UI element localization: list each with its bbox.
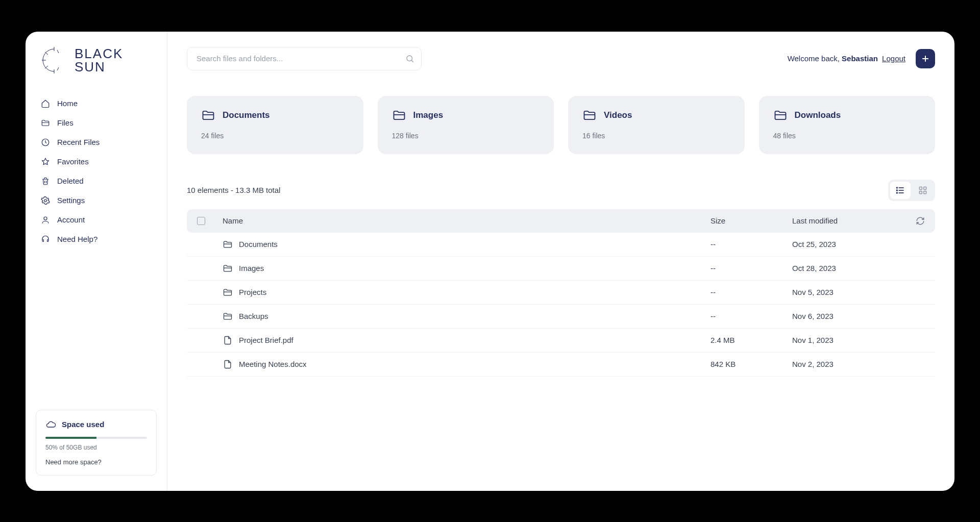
nav-label: Deleted [57, 177, 84, 185]
folder-card-head: Downloads [773, 108, 921, 122]
folder-card-title: Images [413, 110, 444, 120]
space-title-text: Space used [62, 420, 104, 429]
nav-recent[interactable]: Recent Files [35, 133, 158, 152]
row-date: Nov 2, 2023 [792, 360, 904, 368]
summary-text: 10 elements - 13.3 MB total [187, 186, 280, 194]
add-button[interactable] [916, 49, 935, 68]
table-row[interactable]: Backups--Nov 6, 2023 [187, 305, 935, 329]
col-name-header[interactable]: Name [223, 216, 710, 225]
folder-count: 48 files [773, 132, 921, 140]
svg-rect-29 [919, 191, 922, 193]
folder-count: 16 files [582, 132, 730, 140]
folder-card-title: Downloads [795, 110, 841, 120]
table-row[interactable]: Projects--Nov 5, 2023 [187, 281, 935, 305]
nav-label: Favorites [57, 157, 89, 166]
nav-help[interactable]: Need Help? [35, 230, 158, 249]
folder-count: 128 files [392, 132, 540, 140]
list-view-button[interactable] [890, 182, 911, 199]
nav-account[interactable]: Account [35, 210, 158, 230]
nav-deleted[interactable]: Deleted [35, 171, 158, 191]
logo-text: BLACK SUN [75, 47, 123, 73]
select-all-checkbox[interactable] [197, 217, 205, 225]
sidebar: BLACK SUN Home Files Recent Files Favori… [26, 32, 167, 491]
file-icon [223, 335, 233, 345]
folder-card[interactable]: Videos16 files [568, 96, 745, 154]
row-name: Backups [239, 312, 268, 320]
folder-card-head: Videos [582, 108, 730, 122]
svg-rect-27 [919, 187, 922, 189]
folder-icon [773, 108, 788, 122]
row-name: Projects [239, 288, 266, 296]
folder-icon [201, 108, 215, 122]
folder-card[interactable]: Downloads48 files [759, 96, 936, 154]
svg-point-11 [44, 199, 47, 202]
folder-card[interactable]: Images128 files [378, 96, 554, 154]
table-row[interactable]: Images--Oct 28, 2023 [187, 257, 935, 281]
row-name: Meeting Notes.docx [239, 360, 307, 368]
nav-favorites[interactable]: Favorites [35, 152, 158, 171]
space-fill [45, 437, 96, 439]
folder-icon [582, 108, 597, 122]
plus-icon [920, 54, 930, 64]
folder-card-title: Videos [604, 110, 632, 120]
space-bar [45, 437, 147, 439]
space-more-link[interactable]: Need more space? [45, 458, 147, 466]
nav-label: Files [57, 118, 74, 127]
view-toggle [888, 180, 935, 201]
space-subtitle: 50% of 50GB used [45, 444, 147, 451]
search-icon [405, 54, 414, 63]
list-icon [895, 185, 905, 195]
nav-settings[interactable]: Settings [35, 191, 158, 210]
refresh-icon[interactable] [916, 216, 925, 226]
svg-line-5 [57, 50, 59, 53]
space-used-card: Space used 50% of 50GB used Need more sp… [36, 410, 157, 476]
search-wrap [187, 47, 422, 70]
table-header: Name Size Last modified [187, 209, 935, 233]
row-size: -- [710, 288, 792, 296]
table-row[interactable]: Project Brief.pdf2.4 MBNov 1, 2023 [187, 329, 935, 353]
svg-point-24 [897, 187, 898, 188]
folder-count: 24 files [201, 132, 349, 140]
grid-view-button[interactable] [913, 182, 933, 199]
row-size: -- [710, 312, 792, 320]
grid-icon [918, 185, 928, 195]
col-size-header[interactable]: Size [710, 216, 792, 225]
logout-link[interactable]: Logout [882, 54, 905, 63]
user-icon [41, 215, 50, 225]
svg-line-14 [411, 60, 413, 62]
folder-icon [41, 118, 50, 128]
folder-icon [223, 311, 233, 321]
folder-icon [392, 108, 406, 122]
nav-files[interactable]: Files [35, 113, 158, 133]
welcome-name: Sebastian [842, 54, 878, 63]
summary-row: 10 elements - 13.3 MB total [187, 180, 935, 201]
search-input[interactable] [187, 47, 422, 70]
sun-icon [41, 47, 67, 73]
row-size: 2.4 MB [710, 336, 792, 344]
table-row[interactable]: Meeting Notes.docx842 KBNov 2, 2023 [187, 353, 935, 377]
nav-home[interactable]: Home [35, 94, 158, 113]
nav-label: Settings [57, 196, 85, 205]
nav: Home Files Recent Files Favorites Delete… [26, 94, 167, 249]
row-date: Oct 25, 2023 [792, 240, 904, 248]
main: Welcome back, Sebastian Logout Documents… [167, 32, 954, 491]
svg-rect-28 [924, 187, 926, 189]
col-date-header[interactable]: Last modified [792, 216, 904, 225]
row-name: Images [239, 264, 264, 272]
svg-rect-30 [924, 191, 926, 193]
folder-icon [223, 239, 233, 250]
clock-icon [41, 138, 50, 147]
app-window: BLACK SUN Home Files Recent Files Favori… [26, 32, 954, 491]
row-date: Nov 1, 2023 [792, 336, 904, 344]
trash-icon [41, 177, 50, 186]
svg-point-25 [897, 190, 898, 191]
home-icon [41, 99, 50, 108]
folder-cards: Documents24 filesImages128 filesVideos16… [187, 96, 935, 154]
folder-card-title: Documents [223, 110, 270, 120]
table-row[interactable]: Documents--Oct 25, 2023 [187, 233, 935, 257]
svg-line-6 [57, 67, 59, 70]
svg-point-13 [407, 56, 412, 61]
folder-card[interactable]: Documents24 files [187, 96, 363, 154]
folder-icon [223, 263, 233, 274]
space-title: Space used [45, 419, 147, 430]
